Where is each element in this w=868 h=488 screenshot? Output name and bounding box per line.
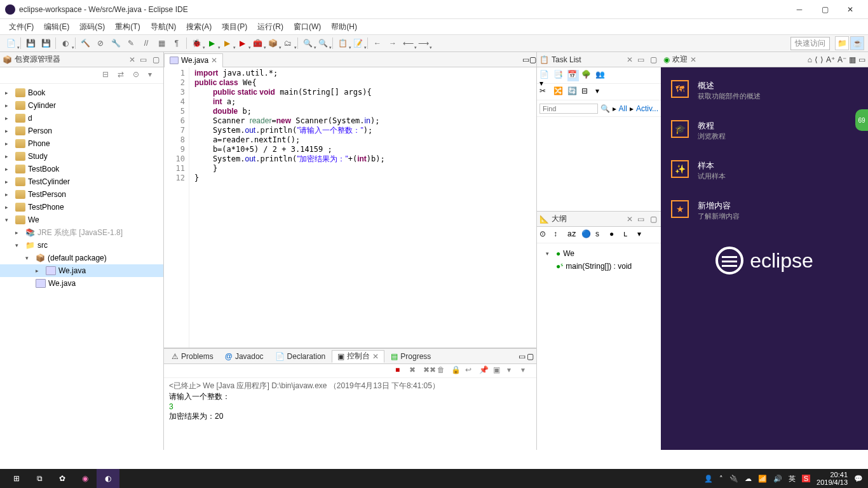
- maximize-view-icon[interactable]: ▢: [151, 55, 161, 64]
- nav-back-icon[interactable]: ⟵: [401, 36, 415, 50]
- close-tab-icon[interactable]: ✕: [372, 352, 379, 361]
- focus-icon[interactable]: ⊙: [539, 229, 551, 241]
- categorize-icon[interactable]: 📑: [553, 70, 565, 81]
- filter-activate-link[interactable]: Activ...: [636, 104, 658, 113]
- welcome-tutorials[interactable]: 🎓教程浏览教程: [671, 120, 858, 141]
- tree-item[interactable]: Study: [28, 152, 48, 161]
- tree-item[interactable]: Cylinder: [28, 101, 56, 110]
- menu-search[interactable]: 搜索(A): [181, 22, 217, 32]
- run-icon[interactable]: ▶: [205, 36, 219, 50]
- zoom-in-icon[interactable]: A⁺: [826, 55, 835, 64]
- welcome-overview[interactable]: 🗺概述获取功能部件的概述: [671, 80, 858, 101]
- close-tab-icon[interactable]: ✕: [690, 55, 696, 64]
- tree-item[interactable]: JRE 系统库 [JavaSE-1.8]: [37, 227, 123, 238]
- eclipse-taskbar-icon[interactable]: ◐: [97, 469, 119, 488]
- minimize-view-icon[interactable]: ▭: [858, 55, 865, 64]
- zoom-out-icon[interactable]: A⁻: [837, 55, 846, 64]
- forward-icon[interactable]: →: [386, 36, 400, 50]
- mark-icon[interactable]: ✎: [124, 36, 138, 50]
- start-button[interactable]: ⊞: [5, 469, 28, 488]
- tree-item[interactable]: TestPerson: [28, 190, 66, 199]
- sort-icon[interactable]: ↕: [553, 229, 565, 241]
- open-console-icon[interactable]: ▾: [507, 365, 519, 377]
- close-tab-icon[interactable]: ✕: [211, 56, 217, 65]
- hide-static-icon[interactable]: s: [595, 229, 607, 241]
- menu-file[interactable]: 文件(F): [4, 22, 39, 32]
- close-view-icon[interactable]: ✕: [627, 55, 633, 64]
- remove-icon[interactable]: ✖: [409, 365, 421, 377]
- maximize-editor-icon[interactable]: ▢: [529, 55, 536, 64]
- save-all-icon[interactable]: 💾: [39, 36, 53, 50]
- perspective-java-icon[interactable]: ☕: [850, 36, 864, 50]
- sort-icon[interactable]: 🔀: [553, 86, 565, 98]
- menu-edit[interactable]: 编辑(E): [39, 22, 74, 32]
- minimize-view-icon[interactable]: ▭: [635, 55, 646, 64]
- tray-time[interactable]: 20:41: [817, 471, 848, 478]
- filter-all-link[interactable]: All: [619, 104, 627, 113]
- collapse-icon[interactable]: ⊟: [581, 86, 593, 98]
- switch-editor-icon[interactable]: ◐: [58, 36, 72, 50]
- welcome-tab-label[interactable]: 欢迎: [672, 54, 688, 65]
- console-output[interactable]: <已终止> We [Java 应用程序] D:\bin\javaw.exe （2…: [164, 378, 536, 450]
- app-icon[interactable]: ◉: [74, 469, 97, 488]
- home-icon[interactable]: ⌂: [808, 55, 812, 64]
- tray-power-icon[interactable]: 🔌: [729, 475, 738, 483]
- hide-nonpublic-icon[interactable]: ●: [609, 229, 621, 241]
- minimize-button[interactable]: ─: [787, 1, 812, 18]
- coverage-icon[interactable]: ▶: [220, 36, 234, 50]
- tree-icon[interactable]: 🌳: [581, 70, 593, 81]
- tree-item[interactable]: We.java: [48, 279, 76, 288]
- tree-item[interactable]: (default package): [48, 254, 107, 262]
- focus-icon[interactable]: ⊙: [133, 70, 144, 81]
- terminate-icon[interactable]: ■: [395, 365, 407, 377]
- menu-refactor[interactable]: 重构(T): [110, 22, 145, 32]
- tab-progress[interactable]: ▤Progress: [386, 350, 436, 363]
- build-icon[interactable]: 🔨: [78, 36, 92, 50]
- save-icon[interactable]: 💾: [24, 36, 37, 50]
- maximize-panel-icon[interactable]: ▢: [527, 352, 534, 361]
- welcome-samples[interactable]: ✨样本试用样本: [671, 160, 858, 181]
- close-view-icon[interactable]: ✕: [129, 55, 135, 64]
- menu-navigate[interactable]: 导航(N): [146, 22, 182, 32]
- annotate-icon[interactable]: 📝: [351, 36, 365, 50]
- back-icon[interactable]: ←: [370, 36, 384, 50]
- scroll-lock-icon[interactable]: 🔒: [451, 365, 463, 377]
- debug-icon[interactable]: 🐞: [189, 36, 203, 50]
- tray-date[interactable]: 2019/4/13: [817, 478, 848, 486]
- tray-notifications-icon[interactable]: 💬: [854, 475, 863, 483]
- external-icon[interactable]: 🧰: [250, 36, 264, 50]
- tree-item[interactable]: We: [28, 215, 39, 224]
- find-input[interactable]: [539, 104, 598, 114]
- pin-icon[interactable]: 📌: [479, 365, 491, 377]
- tree-item[interactable]: Person: [28, 126, 52, 135]
- maximize-view-icon[interactable]: ▢: [648, 55, 658, 64]
- editor-body[interactable]: 123456789101112 import java.util.*; publ…: [164, 67, 536, 348]
- notification-badge[interactable]: 69: [855, 109, 868, 131]
- maximize-view-icon[interactable]: ▢: [648, 215, 658, 224]
- tab-javadoc[interactable]: @Javadoc: [220, 350, 269, 363]
- editor-tab[interactable]: We.java ✕: [164, 53, 223, 67]
- view-menu-icon[interactable]: ▾: [148, 70, 159, 81]
- scheduled-icon[interactable]: 📅: [567, 70, 579, 81]
- tray-volume-icon[interactable]: 🔊: [773, 475, 782, 483]
- maximize-button[interactable]: ▢: [812, 1, 837, 18]
- package-explorer-tree[interactable]: ▸Book ▸Cylinder ▸d ▸Person ▸Phone ▸Study…: [0, 84, 163, 450]
- toggle-icon[interactable]: 🔧: [109, 36, 123, 50]
- tree-item[interactable]: TestBook: [28, 165, 59, 173]
- minimize-view-icon[interactable]: ▭: [635, 215, 646, 224]
- tree-item[interactable]: d: [28, 114, 32, 123]
- menu-help[interactable]: 帮助(H): [326, 22, 362, 32]
- filter-icon[interactable]: ✂: [539, 86, 551, 98]
- skip-breakpoints-icon[interactable]: ⊘: [93, 36, 107, 50]
- new-icon[interactable]: 📄: [4, 36, 18, 50]
- hide-local-icon[interactable]: ʟ: [623, 229, 635, 241]
- tab-problems[interactable]: ⚠Problems: [166, 350, 219, 363]
- open-type-icon[interactable]: 🔍: [301, 36, 315, 50]
- minimize-editor-icon[interactable]: ▭: [522, 55, 529, 64]
- tab-declaration[interactable]: 📄Declaration: [270, 350, 331, 363]
- code-area[interactable]: import java.util.*; public class We{ pub…: [189, 67, 536, 348]
- tree-item[interactable]: TestPhone: [28, 203, 64, 212]
- tab-console[interactable]: ▣控制台✕: [332, 350, 384, 363]
- menu-project[interactable]: 项目(P): [217, 22, 252, 32]
- tray-ime-label[interactable]: 英: [789, 474, 796, 484]
